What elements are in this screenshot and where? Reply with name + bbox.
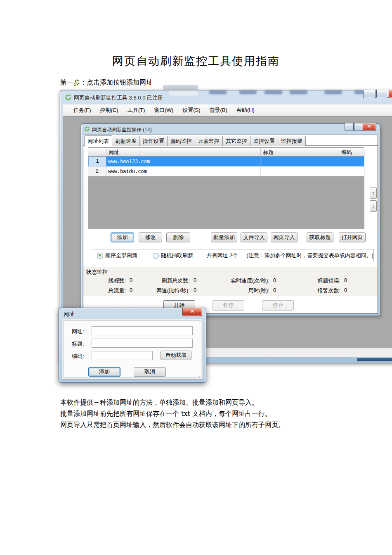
status-realtime-speed: 实时速度(次/秒): 0 <box>220 277 276 285</box>
status-value: 0 <box>194 287 196 294</box>
minimize-button[interactable] <box>363 90 376 98</box>
cell-encoding <box>339 166 364 176</box>
header-rownum[interactable] <box>88 148 106 156</box>
status-value: 0 <box>344 287 347 294</box>
minimize-button[interactable] <box>345 123 354 131</box>
dialog-title: 网址 <box>64 311 74 318</box>
child-window-content: 网址列表 刷新速度 操作设置 源码监控 元素监控 其它监控 监控设置 监控报警 … <box>83 135 378 314</box>
status-alarm-count: 报警次数: 0 <box>298 287 347 294</box>
auto-get-button[interactable]: 自动获取 <box>161 351 191 360</box>
menu-tools[interactable]: 工具(T) <box>123 105 150 115</box>
cell-title <box>261 166 339 176</box>
restore-button[interactable] <box>353 123 362 131</box>
close-button[interactable]: ✕ <box>182 308 202 316</box>
header-encoding[interactable]: 编码 <box>339 148 364 156</box>
radio-sequential-label: 顺序全部刷新 <box>105 252 137 259</box>
child-window-titlebar[interactable]: 网页自动刷新监控操作 (1#) ✕ <box>81 124 380 135</box>
page-import-button[interactable]: 网页导入 <box>271 232 298 242</box>
radio-sequential[interactable] <box>97 253 103 259</box>
background-blur-blob <box>168 90 199 97</box>
status-value: 0 <box>344 277 347 285</box>
status-threads: 线程数: 0 <box>87 277 132 285</box>
status-panel-title: 状态监控 <box>86 268 108 276</box>
background-blur-blob <box>324 90 342 94</box>
encoding-label: 编码: <box>72 353 84 360</box>
status-net-speed: 网速(比特/秒): 0 <box>145 287 196 294</box>
page-title: 网页自动刷新监控工具使用指南 <box>0 54 392 69</box>
dialog-content: 网址: 标题: 编码: 自动获取 添加 取消 ⋰ <box>62 319 203 379</box>
url-count-text: 共有网址 2个 <box>206 252 238 259</box>
window-frame-shade <box>357 358 392 361</box>
notes-paragraph: 本软件提供三种添加网址的方法，单独添加、批量添加和网页导入。 批量添加网址前先把… <box>60 397 285 430</box>
tab-url-list[interactable]: 网址列表 <box>84 135 112 146</box>
menu-help[interactable]: 帮助(H) <box>232 105 259 115</box>
radio-random-label: 随机抽取刷新 <box>161 252 193 259</box>
status-refresh-total: 刷新总次数: 0 <box>145 277 196 285</box>
note-line: 批量添加网址前先把所有网址保存在一个 txt 文档内，每个网址占一行。 <box>60 408 285 419</box>
child-window: 网页自动刷新监控操作 (1#) ✕ 网址列表 刷新速度 操作设置 源码监控 元素… <box>81 123 380 316</box>
move-up-button[interactable]: ↑ <box>370 187 377 199</box>
refresh-icon <box>84 126 90 132</box>
background-blur-blob <box>290 90 307 94</box>
status-value: 0 <box>130 287 132 294</box>
status-total-traffic: 总流量: 0 <box>87 287 132 294</box>
menu-window[interactable]: 窗口(W) <box>149 105 178 115</box>
get-title-button[interactable]: 获取标题 <box>307 232 333 242</box>
note-line: 网页导入只需把首页网址输入，然后软件会自动获取该网址下的所有子网页。 <box>60 419 285 430</box>
table-header: 网址 标题 编码 <box>88 148 364 157</box>
status-value: 0 <box>194 277 196 285</box>
table-row[interactable]: 1 www.hao123.com <box>88 157 364 166</box>
close-button[interactable] <box>388 90 392 98</box>
open-page-button[interactable]: 打开网页 <box>339 232 366 242</box>
dialog-add-button[interactable]: 添加 <box>88 367 120 377</box>
url-input[interactable] <box>92 326 193 335</box>
menu-control[interactable]: 控制(C) <box>96 105 123 115</box>
status-title-errors: 标题错误: 0 <box>298 277 347 285</box>
url-table: 网址 标题 编码 1 www.hao123.com 2 www.baidu.co… <box>88 147 364 229</box>
title-input[interactable] <box>92 339 193 348</box>
encoding-input[interactable] <box>92 351 153 360</box>
restore-icon <box>354 123 354 131</box>
header-title[interactable]: 标题 <box>261 148 339 156</box>
resize-grip[interactable]: ⋰ <box>198 374 202 379</box>
menu-background[interactable]: 背景(B) <box>205 105 232 115</box>
add-button[interactable]: 添加 <box>111 232 134 242</box>
menu-bar: 任务(F) 控制(C) 工具(T) 窗口(W) 设置(S) 背景(B) 帮助(H… <box>63 104 392 116</box>
background-blur-blob <box>239 90 257 94</box>
dialog-cancel-button[interactable]: 取消 <box>134 367 166 377</box>
header-url[interactable]: 网址 <box>106 148 261 156</box>
table-row[interactable]: 2 www.baidu.com <box>88 166 364 176</box>
cell-title <box>261 157 339 166</box>
tab-operation-settings[interactable]: 操作设置 <box>140 136 168 146</box>
modify-button[interactable]: 修改 <box>139 232 162 242</box>
batch-add-button[interactable]: 批量添加 <box>211 232 237 242</box>
tab-monitor-alarm[interactable]: 监控报警 <box>278 136 306 146</box>
menu-task[interactable]: 任务(F) <box>69 105 96 115</box>
main-window-titlebar[interactable]: 网页自动刷新监控工具 3.6.0.0 已注册 <box>63 90 392 104</box>
step-text: 第一步：点击添加按钮添加网址 <box>60 78 153 87</box>
stop-button[interactable]: 停止 <box>262 300 294 311</box>
radio-random[interactable] <box>153 253 159 259</box>
tab-refresh-speed[interactable]: 刷新速度 <box>112 136 140 146</box>
background-blur-blob <box>209 90 227 94</box>
pause-button[interactable]: 暂停 <box>213 300 244 311</box>
background-blur-blob <box>264 90 282 94</box>
tab-source-monitor[interactable]: 源码监控 <box>168 136 195 146</box>
refresh-icon <box>65 94 71 101</box>
title-label: 标题: <box>72 340 84 348</box>
url-label: 网址: <box>72 328 84 335</box>
tab-other-monitor[interactable]: 其它监控 <box>223 136 250 146</box>
status-value: 0 <box>130 277 132 285</box>
restore-icon <box>376 90 377 97</box>
close-button[interactable]: ✕ <box>362 123 376 131</box>
move-down-button[interactable]: ↓ <box>370 200 377 212</box>
file-import-button[interactable]: 文件导入 <box>241 232 267 242</box>
tab-element-monitor[interactable]: 元素监控 <box>195 136 223 146</box>
maximize-button[interactable] <box>375 90 388 98</box>
menu-settings[interactable]: 设置(S) <box>178 105 205 115</box>
status-value: 0 <box>273 287 276 294</box>
tab-monitor-settings[interactable]: 监控设置 <box>250 136 278 146</box>
status-value: 0 <box>273 277 276 285</box>
row-number: 2 <box>88 166 106 176</box>
delete-button[interactable]: 删除 <box>166 232 190 242</box>
